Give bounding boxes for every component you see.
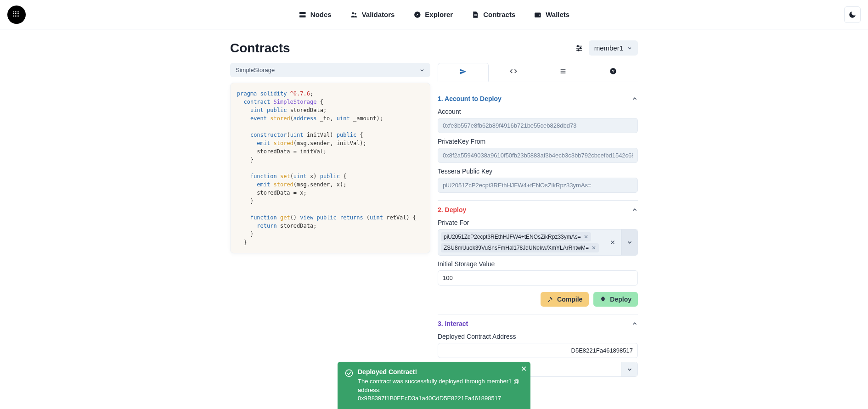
- chip-remove-icon[interactable]: ✕: [584, 234, 588, 240]
- nav-nodes[interactable]: Nodes: [299, 11, 332, 19]
- nav-wallets-label: Wallets: [546, 11, 569, 18]
- header: ⠿⠇ Nodes Validators Explorer Contracts: [0, 0, 868, 29]
- tab-code[interactable]: [489, 63, 539, 82]
- svg-point-2: [352, 12, 354, 14]
- svg-point-12: [577, 45, 578, 47]
- tessera-label: Tessera Public Key: [438, 168, 638, 175]
- nav-validators[interactable]: Validators: [350, 11, 395, 19]
- toast-body: The contract was successfully deployed t…: [358, 377, 523, 384]
- hammer-icon: [547, 296, 553, 303]
- wallet-icon: [534, 11, 542, 19]
- svg-rect-5: [474, 14, 477, 14]
- member-select[interactable]: member1: [589, 40, 638, 56]
- toast-success: Deployed Contract! The contract was succ…: [338, 362, 530, 384]
- moon-icon: [848, 11, 857, 19]
- compile-button[interactable]: Compile: [541, 292, 589, 307]
- left-column: SimpleStorage pragma solidity ^0.7.6; co…: [230, 63, 430, 253]
- account-input[interactable]: [438, 118, 638, 133]
- initstorage-label: Initial Storage Value: [438, 260, 638, 268]
- chip: ZSU8mUuok39VuSnsFmHal178JdUNekw/XmYLArRn…: [441, 243, 599, 252]
- section-deploy: 2. Deploy Private For piU2051ZcP2ecpt3RE…: [438, 201, 638, 314]
- compile-label: Compile: [557, 296, 582, 303]
- svg-point-8: [539, 14, 540, 15]
- chevron-up-icon: [631, 207, 638, 213]
- initstorage-input[interactable]: [438, 270, 638, 286]
- document-icon: [471, 11, 479, 19]
- list-icon: [559, 67, 567, 75]
- tab-help[interactable]: ?: [588, 63, 638, 82]
- contract-select[interactable]: SimpleStorage: [230, 63, 430, 77]
- svg-text:?: ?: [612, 69, 614, 73]
- send-icon: [459, 68, 467, 75]
- logo[interactable]: ⠿⠇: [7, 6, 26, 24]
- nav-contracts[interactable]: Contracts: [471, 11, 515, 19]
- right-column: ? 1. Account to Deploy Account PrivateKe…: [438, 63, 638, 384]
- svg-rect-0: [299, 12, 306, 14]
- tab-deploy[interactable]: [438, 63, 489, 82]
- privatefor-multiselect[interactable]: piU2051ZcP2ecpt3REthHJFW4+tENOsZikRpz33y…: [438, 229, 638, 256]
- privatekey-input[interactable]: [438, 148, 638, 163]
- help-icon: ?: [609, 67, 617, 75]
- main-container: Contracts member1 SimpleStorage pragma s…: [223, 40, 645, 384]
- section-account-title: 1. Account to Deploy: [438, 95, 502, 102]
- deploy-button[interactable]: Deploy: [593, 292, 638, 307]
- title-controls: member1: [575, 40, 638, 56]
- privatefor-label: Private For: [438, 219, 638, 226]
- section-interact-title: 3. Interact: [438, 320, 468, 327]
- chip-label: ZSU8mUuok39VuSnsFmHal178JdUNekw/XmYLArRn…: [444, 245, 589, 251]
- svg-point-3: [355, 12, 356, 14]
- chip: piU2051ZcP2ecpt3REthHJFW4+tENOsZikRpz33y…: [441, 232, 591, 241]
- multiselect-clear[interactable]: [604, 230, 621, 255]
- nav-contracts-label: Contracts: [483, 11, 515, 18]
- chevron-up-icon: [631, 95, 638, 102]
- multiselect-open[interactable]: [621, 230, 637, 255]
- toast-title: Deployed Contract!: [358, 368, 523, 375]
- code-icon: [510, 67, 517, 75]
- svg-rect-1: [299, 15, 306, 17]
- account-label: Account: [438, 108, 638, 115]
- nav-explorer[interactable]: Explorer: [413, 11, 453, 19]
- deploy-buttons: Compile Deploy: [438, 292, 638, 307]
- users-icon: [350, 11, 358, 19]
- toast-content: Deployed Contract! The contract was succ…: [358, 368, 523, 384]
- nav-wallets[interactable]: Wallets: [534, 11, 569, 19]
- member-select-label: member1: [594, 44, 623, 52]
- theme-toggle[interactable]: [844, 6, 861, 23]
- two-column-layout: SimpleStorage pragma solidity ^0.7.6; co…: [230, 63, 638, 384]
- deployed-addr-label: Deployed Contract Address: [438, 333, 638, 340]
- title-row: Contracts member1: [230, 40, 638, 56]
- contract-select-label: SimpleStorage: [236, 67, 275, 73]
- compass-icon: [413, 11, 421, 19]
- tabbar: ?: [438, 63, 638, 82]
- page-title: Contracts: [230, 41, 290, 56]
- function-select-open[interactable]: [621, 362, 637, 376]
- deploy-label: Deploy: [610, 296, 631, 303]
- svg-point-22: [346, 370, 353, 377]
- tab-list[interactable]: [538, 63, 588, 82]
- section-interact-header[interactable]: 3. Interact: [438, 320, 638, 327]
- nav-validators-label: Validators: [362, 11, 395, 18]
- chips-container: piU2051ZcP2ecpt3REthHJFW4+tENOsZikRpz33y…: [438, 230, 604, 255]
- toast-close-icon[interactable]: ✕: [521, 364, 527, 373]
- svg-rect-6: [474, 15, 477, 16]
- sliders-icon[interactable]: [575, 44, 583, 52]
- chip-label: piU2051ZcP2ecpt3REthHJFW4+tENOsZikRpz33y…: [444, 234, 581, 240]
- privatekey-label: PrivateKey From: [438, 138, 638, 145]
- nav-nodes-label: Nodes: [310, 11, 332, 18]
- chip-remove-icon[interactable]: ✕: [592, 245, 596, 251]
- multiselect-controls: [604, 230, 637, 255]
- section-account: 1. Account to Deploy Account PrivateKey …: [438, 90, 638, 201]
- section-account-header[interactable]: 1. Account to Deploy: [438, 95, 638, 102]
- chevron-down-icon: [627, 45, 632, 51]
- deployed-addr-input[interactable]: [438, 343, 638, 358]
- chevron-up-icon: [631, 320, 638, 327]
- code-editor[interactable]: pragma solidity ^0.7.6; contract SimpleS…: [230, 83, 430, 253]
- section-deploy-header[interactable]: 2. Deploy: [438, 206, 638, 213]
- tessera-input[interactable]: [438, 178, 638, 193]
- rocket-icon: [600, 296, 606, 303]
- chevron-down-icon: [419, 67, 425, 73]
- svg-point-13: [580, 47, 581, 49]
- logo-dots-icon: ⠿⠇: [12, 10, 21, 19]
- check-circle-icon: [345, 369, 353, 384]
- section-deploy-title: 2. Deploy: [438, 206, 466, 213]
